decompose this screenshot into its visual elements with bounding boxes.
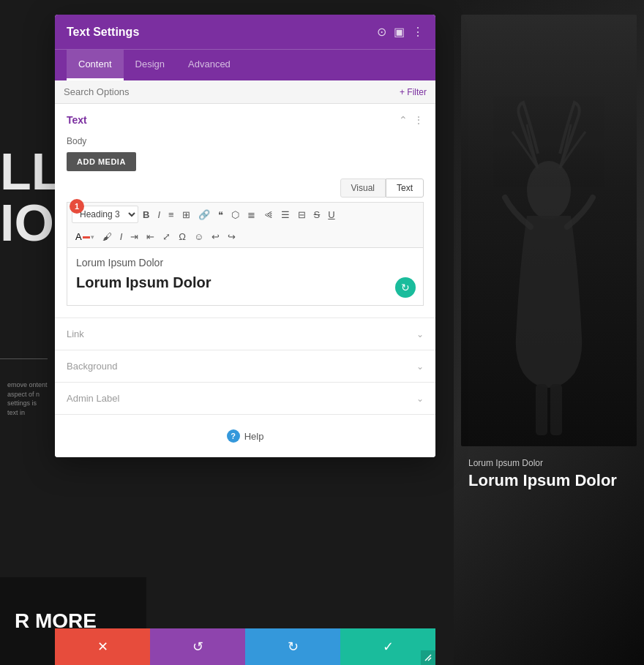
help-section: ? Help [55,415,435,457]
special-char-button[interactable]: Ω [175,230,190,244]
svg-rect-1 [536,384,547,435]
panel-header-icons: ⊙ ▣ ⋮ [377,25,424,39]
unordered-list-button[interactable]: ≡ [165,208,178,222]
text-section-header: Text ⌃ ⋮ [55,104,435,136]
blockquote-button[interactable]: ❝ [214,208,227,222]
refresh-button[interactable]: ↻ [395,277,416,298]
view-toggle: Visual Text [67,179,424,198]
outdent-button[interactable]: ⇤ [143,230,158,244]
editor-normal-text: Lorum Ipsum Dolor [76,257,414,268]
horizontal-divider [0,358,48,359]
tab-content[interactable]: Content [67,50,124,80]
text-view-button[interactable]: Text [386,179,424,198]
background-image-area: Lorum Ipsum Dolor Lorum Ipsum Dolor [454,0,644,665]
background-caption: Lorum Ipsum Dolor [461,458,617,468]
fullscreen-icon[interactable]: ⊙ [377,25,386,39]
text-section: Text ⌃ ⋮ Body ADD MEDIA Visual Text Head… [55,104,435,318]
text-section-more-icon[interactable]: ⋮ [413,114,424,126]
side-note-text: emove ontent aspect of n settings is tex… [7,380,48,417]
rich-text-editor[interactable]: Lorum Ipsum Dolor Lorum Ipsum Dolor ↻ [67,247,424,306]
search-bar: + Filter [55,80,435,104]
admin-label-section[interactable]: Admin Label ⌄ [55,383,435,415]
link-chevron-icon[interactable]: ⌄ [416,329,424,339]
svg-rect-2 [550,384,562,435]
undo-button[interactable]: ↺ [150,628,245,665]
action-bar-corner-icon [421,650,435,665]
search-input[interactable] [64,86,400,97]
add-media-button[interactable]: ADD MEDIA [67,152,136,171]
panel-tabs: Content Design Advanced [55,49,435,80]
indent-button[interactable]: ⇥ [127,230,142,244]
undo-editor-button[interactable]: ↩ [208,230,223,244]
text-section-title: Text [67,114,87,126]
admin-label-section-title: Admin Label [67,393,119,404]
resize-icon [424,653,433,662]
panel-title: Text Settings [67,26,139,39]
tab-design[interactable]: Design [124,50,176,80]
background-section-title: Background [67,361,117,372]
text-section-icons: ⌃ ⋮ [399,114,424,126]
fullscreen-editor-button[interactable]: ⤢ [159,230,174,244]
action-bar: ✕ ↺ ↻ ✓ [55,628,435,665]
redo-button[interactable]: ↻ [245,628,340,665]
strikethrough-button[interactable]: S [310,208,324,222]
table-button[interactable]: ⊟ [294,208,310,222]
editor-toolbar-row1: Heading 3 Heading 1 Heading 2 Paragraph … [67,202,424,226]
tab-advanced[interactable]: Advanced [176,50,242,80]
background-section[interactable]: Background ⌄ [55,350,435,383]
align-right-button[interactable]: ⫷ [260,208,277,222]
redo-editor-button[interactable]: ↪ [224,230,239,244]
editor-area: Visual Text Heading 3 Heading 1 Heading … [55,179,435,318]
link-button[interactable]: 🔗 [195,208,214,222]
background-image [461,15,637,446]
italic-alt-button[interactable]: I [116,230,127,244]
settings-panel: Text Settings ⊙ ▣ ⋮ Content Design Advan… [55,15,435,457]
background-chevron-icon[interactable]: ⌄ [416,361,424,372]
split-view-icon[interactable]: ▣ [394,25,405,39]
svg-point-0 [527,161,571,219]
ordered-list-button[interactable]: ⊞ [179,208,194,222]
collapse-icon[interactable]: ⌃ [399,114,408,126]
text-color-button[interactable]: A ▾ [72,229,98,244]
more-options-icon[interactable]: ⋮ [412,25,424,39]
background-title: Lorum Ipsum Dolor [461,471,617,490]
link-section[interactable]: Link ⌄ [55,318,435,350]
help-label[interactable]: Help [244,431,264,442]
deer-silhouette-icon [483,80,615,446]
help-icon[interactable]: ? [227,429,240,443]
copy-format-button[interactable]: 🖌 [99,230,116,244]
editor-heading-text: Lorum Ipsum Dolor [76,274,414,291]
visual-view-button[interactable]: Visual [340,179,386,198]
justify-button[interactable]: ☰ [277,208,293,222]
body-label: Body [55,136,435,152]
emoji-button[interactable]: ☺ [190,230,207,244]
underline-button[interactable]: U [324,208,338,222]
align-center-button[interactable]: ≣ [244,208,259,222]
panel-header: Text Settings ⊙ ▣ ⋮ [55,15,435,49]
editor-toolbar-row2: A ▾ 🖌 I ⇥ ⇤ ⤢ Ω ☺ ↩ ↪ [67,226,424,247]
align-left-button[interactable]: ⬡ [228,208,243,222]
link-section-title: Link [67,328,84,339]
cancel-button[interactable]: ✕ [55,628,150,665]
bold-button[interactable]: B [139,208,153,222]
panel-content: Text ⌃ ⋮ Body ADD MEDIA Visual Text Head… [55,104,435,457]
notification-badge: 1 [70,199,84,214]
admin-label-chevron-icon[interactable]: ⌄ [416,394,424,404]
filter-button[interactable]: + Filter [400,87,427,97]
italic-button[interactable]: I [154,208,164,222]
